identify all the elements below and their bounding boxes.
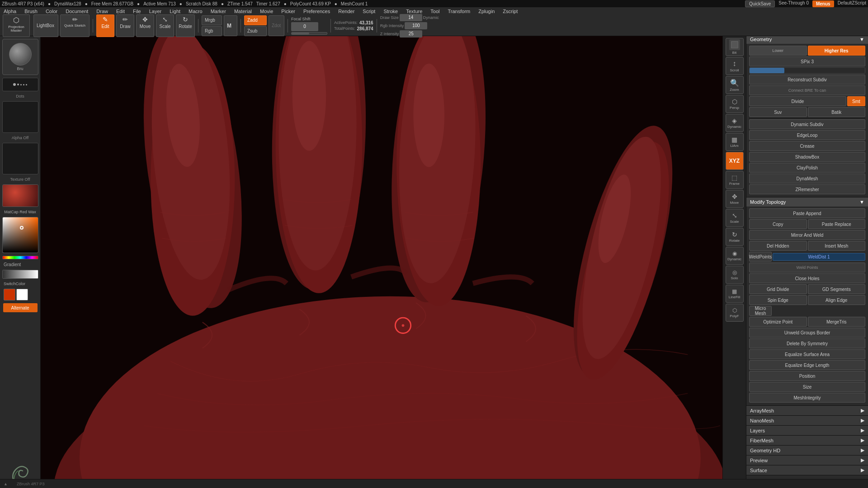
zadd-button[interactable]: Zadd bbox=[244, 15, 267, 25]
menu-brush[interactable]: Brush bbox=[23, 8, 39, 14]
move-button[interactable]: ✥ Move bbox=[136, 14, 154, 37]
nano-mesh-header[interactable]: NanoMesh ▶ bbox=[746, 416, 868, 425]
divide-btn[interactable]: Divide bbox=[749, 96, 846, 106]
menu-preferences[interactable]: Preferences bbox=[302, 8, 332, 14]
menu-picker[interactable]: Picker bbox=[279, 8, 297, 14]
alpha-display[interactable] bbox=[2, 101, 38, 133]
weld-dist-display[interactable]: WeldDist 1 bbox=[773, 253, 865, 261]
vp-dynamic2-btn[interactable]: ◉ Dynamic bbox=[726, 247, 744, 265]
vp-xyz-btn[interactable]: XYZ bbox=[726, 152, 744, 170]
menu-script[interactable]: Script bbox=[361, 8, 377, 14]
merge-tris-btn[interactable]: MergeTris bbox=[808, 317, 866, 327]
mesh-integrity-btn[interactable]: MeshIntegrity bbox=[749, 393, 865, 403]
menu-render[interactable]: Render bbox=[336, 8, 356, 14]
zremesher-btn[interactable]: ZRemesher bbox=[749, 184, 865, 194]
vp-scale-btn[interactable]: ⤡ Scale bbox=[726, 209, 744, 227]
higher-res-btn[interactable]: Higher Res bbox=[808, 46, 866, 56]
vp-bit-btn[interactable]: Bit bbox=[726, 38, 744, 56]
projection-master-button[interactable]: ⬡ Projection Master bbox=[3, 14, 30, 37]
menu-edit[interactable]: Edit bbox=[114, 8, 127, 14]
zsub-button[interactable]: Zsub bbox=[244, 26, 267, 36]
gradient-bar[interactable] bbox=[2, 270, 38, 279]
vp-llam-btn[interactable]: ▦ LlAm bbox=[726, 133, 744, 151]
vp-persp-btn[interactable]: ⬡ Persp bbox=[726, 95, 744, 113]
menu-material[interactable]: Material bbox=[232, 8, 254, 14]
menu-document[interactable]: Document bbox=[64, 8, 90, 14]
color-swatch-secondary[interactable] bbox=[16, 289, 28, 300]
vp-scroll-btn[interactable]: ↕ Scroll bbox=[726, 57, 744, 75]
shadowbox-btn[interactable]: ShadowBox bbox=[749, 152, 865, 162]
brush-display[interactable]: Bru bbox=[2, 39, 38, 75]
zdot-button[interactable]: Zdot bbox=[269, 15, 284, 36]
material-swatch[interactable] bbox=[2, 184, 38, 207]
paste-append-btn[interactable]: Paste Append bbox=[749, 208, 865, 218]
mrgb-button[interactable]: Mrgb bbox=[202, 15, 222, 25]
position-btn[interactable]: Position bbox=[749, 371, 865, 381]
z-intensity-btn[interactable]: 25 bbox=[400, 30, 422, 38]
menu-movie[interactable]: Movie bbox=[258, 8, 275, 14]
dots-display[interactable] bbox=[2, 78, 38, 91]
suv-btn[interactable]: Suv bbox=[749, 107, 807, 117]
menu-macro[interactable]: Macro bbox=[187, 8, 204, 14]
vp-polyf-btn[interactable]: ⬡ PolyF bbox=[726, 304, 744, 322]
surface-header[interactable]: Surface ▶ bbox=[746, 465, 868, 475]
vp-move-btn[interactable]: ✥ Move bbox=[726, 190, 744, 208]
copy-btn[interactable]: Copy bbox=[749, 219, 807, 229]
optimize-point-btn[interactable]: Optimize Point bbox=[749, 317, 807, 327]
weld-points2-btn[interactable]: Weld Points bbox=[749, 263, 865, 272]
quicksave-button[interactable]: QuickSave bbox=[745, 0, 775, 7]
array-mesh-header[interactable]: ArrayMesh ▶ bbox=[746, 406, 868, 415]
insert-mesh-btn[interactable]: Insert Mesh bbox=[808, 241, 866, 251]
modify-topology-header[interactable]: Modify Topology ▼ bbox=[746, 197, 868, 206]
geometry-section-header[interactable]: Geometry ▼ bbox=[746, 35, 868, 44]
menus-button[interactable]: Menus bbox=[812, 0, 834, 7]
texture-display[interactable] bbox=[2, 143, 38, 174]
rotate-button[interactable]: ↻ Rotate bbox=[176, 14, 195, 37]
focal-value-btn[interactable]: 0 bbox=[291, 22, 318, 31]
vp-rotate-btn[interactable]: ↻ Rotate bbox=[726, 228, 744, 246]
del-hidden-btn[interactable]: Del Hidden bbox=[749, 241, 807, 251]
m-toggle-button[interactable]: M bbox=[224, 15, 237, 36]
geometry-hd-header[interactable]: Geometry HD ▶ bbox=[746, 446, 868, 455]
vp-dynamic-btn[interactable]: ◈ Dynamic bbox=[726, 114, 744, 132]
subdiv-slider[interactable] bbox=[749, 67, 865, 74]
menu-marker[interactable]: Marker bbox=[209, 8, 228, 14]
focal-slider[interactable] bbox=[291, 32, 327, 35]
menu-layer[interactable]: Layer bbox=[147, 8, 164, 14]
spin-edge-btn[interactable]: Spin Edge bbox=[749, 295, 807, 305]
crease-btn[interactable]: Crease bbox=[749, 141, 865, 151]
dynamesh-btn[interactable]: DynaMesh bbox=[749, 174, 865, 183]
quick-sketch-button[interactable]: ✏ Quick Sketch bbox=[60, 14, 90, 37]
smt-btn[interactable]: Smt bbox=[847, 96, 865, 106]
vp-frame-btn[interactable]: ⬚ Frame bbox=[726, 171, 744, 189]
connect-btn[interactable]: Connect BRE To can bbox=[749, 85, 865, 95]
mirror-weld-btn[interactable]: Mirror And Weld bbox=[749, 230, 865, 240]
grid-divide-btn[interactable]: Grid Divide bbox=[749, 284, 807, 294]
reconstruct-subdiv-btn[interactable]: Reconstruct Subdiv bbox=[749, 75, 865, 84]
vp-linefill-btn[interactable]: ▦ LineFill bbox=[726, 285, 744, 303]
equalize-edge-length-btn[interactable]: Equalize Edge Length bbox=[749, 360, 865, 370]
alternate-button[interactable]: Alternate bbox=[3, 303, 38, 312]
menu-light[interactable]: Light bbox=[168, 8, 182, 14]
vp-zoom-btn[interactable]: 🔍 Zoom bbox=[726, 76, 744, 94]
menu-zscript[interactable]: Zscript bbox=[501, 8, 519, 14]
size-btn[interactable]: Size bbox=[749, 382, 865, 392]
delete-by-symmetry-btn[interactable]: Delete By Symmetry bbox=[749, 338, 865, 348]
dynamic-subdiv-btn[interactable]: Dynamic Subdiv bbox=[749, 119, 865, 129]
preview-header[interactable]: Preview ▶ bbox=[746, 455, 868, 465]
unweld-groups-border-btn[interactable]: Unweld Groups Border bbox=[749, 328, 865, 338]
gd-segments-btn[interactable]: GD Segments bbox=[808, 284, 866, 294]
menu-alpha[interactable]: Alpha bbox=[2, 8, 18, 14]
micro-mesh-btn[interactable]: Micro Mesh bbox=[749, 306, 772, 316]
lower-btn[interactable]: Lower bbox=[749, 46, 807, 56]
hue-bar[interactable] bbox=[2, 256, 38, 259]
edgeloop-btn[interactable]: EdgeLoop bbox=[749, 130, 865, 140]
menu-zplugin[interactable]: Zplugin bbox=[476, 8, 496, 14]
close-holes-btn[interactable]: Close Holes bbox=[749, 273, 865, 283]
vp-solo-btn[interactable]: ◎ Solo bbox=[726, 266, 744, 284]
menu-draw[interactable]: Draw bbox=[94, 8, 110, 14]
claypolish-btn[interactable]: ClayPolish bbox=[749, 163, 865, 173]
scale-button[interactable]: ⤡ Scale bbox=[156, 14, 174, 37]
lightbox-button[interactable]: LightBox bbox=[33, 14, 58, 37]
batik-btn[interactable]: Batik bbox=[808, 107, 866, 117]
